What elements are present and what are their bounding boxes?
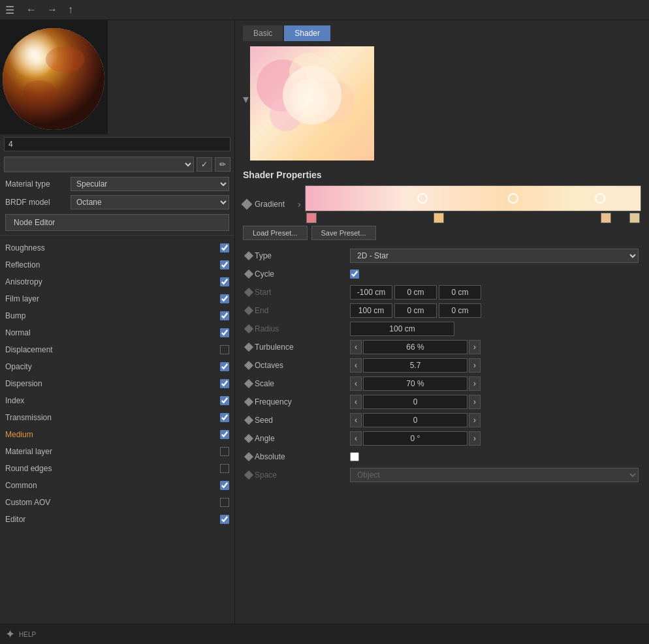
- brdf-model-select[interactable]: Octane: [71, 195, 229, 209]
- material-name-input[interactable]: [4, 137, 230, 151]
- prop-checkbox-10[interactable]: [220, 413, 229, 422]
- gradient-stop-1[interactable]: [417, 193, 428, 204]
- space-select[interactable]: Object: [350, 468, 639, 482]
- prop-checkbox-8[interactable]: [220, 379, 229, 388]
- start-diamond-icon: [244, 288, 253, 297]
- seed-input: ‹ ›: [350, 413, 639, 427]
- left-panel: ✓ ✏ Material type Specular BRDF model Oc…: [0, 20, 235, 624]
- gradient-stop-2[interactable]: [508, 193, 518, 204]
- prop-label-7: Opacity: [5, 362, 220, 371]
- turbulence-dec[interactable]: ‹: [350, 340, 362, 354]
- prop-checkbox-7[interactable]: [220, 362, 229, 371]
- seed-dec[interactable]: ‹: [350, 413, 362, 427]
- octaves-inc[interactable]: ›: [469, 358, 481, 373]
- cycle-checkbox[interactable]: [350, 269, 359, 279]
- cycle-label: Cycle: [255, 269, 274, 279]
- prop-row-15: Custom AOV: [0, 494, 234, 511]
- prop-checkbox-0[interactable]: [220, 243, 229, 253]
- angle-value[interactable]: [363, 431, 467, 446]
- prop-label-0: Roughness: [5, 243, 220, 253]
- gradient-handle-2[interactable]: [434, 213, 444, 223]
- gradient-label: Gradient: [255, 200, 294, 209]
- start-z[interactable]: [439, 285, 481, 299]
- node-editor-button[interactable]: Node Editor: [5, 214, 229, 231]
- prop-checkbox-13[interactable]: [220, 464, 229, 473]
- end-y[interactable]: [394, 303, 437, 318]
- prop-checkbox-12[interactable]: [220, 447, 229, 456]
- frequency-inc[interactable]: ›: [469, 395, 481, 409]
- start-coords: [350, 285, 639, 299]
- scale-dec[interactable]: ‹: [350, 376, 362, 391]
- prop-checkbox-5[interactable]: [220, 328, 229, 337]
- prop-checkbox-6[interactable]: [220, 345, 229, 354]
- prop-row-16: Editor: [0, 511, 234, 528]
- start-y[interactable]: [394, 285, 437, 299]
- prop-checkbox-1[interactable]: [220, 260, 229, 269]
- turbulence-inc[interactable]: ›: [469, 340, 481, 354]
- gradient-expand-icon[interactable]: ›: [298, 199, 301, 209]
- scale-diamond-icon: [244, 379, 253, 388]
- radius-value[interactable]: [350, 322, 454, 336]
- tab-shader[interactable]: Shader: [284, 25, 330, 41]
- toolbar-dropdown[interactable]: [4, 157, 194, 172]
- type-select[interactable]: 2D - Star: [350, 249, 639, 263]
- prop-checkbox-3[interactable]: [220, 294, 229, 303]
- pencil-button[interactable]: ✏: [215, 157, 230, 172]
- octaves-dec[interactable]: ‹: [350, 358, 362, 373]
- gradient-stop-3[interactable]: [595, 193, 605, 204]
- forward-button[interactable]: →: [43, 3, 61, 17]
- prop-checkbox-11[interactable]: [220, 430, 229, 439]
- gradient-handle-4[interactable]: [629, 213, 640, 223]
- angle-dec[interactable]: ‹: [350, 431, 362, 446]
- end-z[interactable]: [439, 303, 481, 318]
- space-diamond-icon: [244, 470, 253, 480]
- load-preset-button[interactable]: Load Preset...: [243, 226, 308, 240]
- frequency-value[interactable]: [363, 395, 467, 409]
- gradient-handles: [305, 213, 641, 223]
- prop-row-10: Transmission: [0, 409, 234, 426]
- prop-checkbox-16[interactable]: [220, 515, 229, 524]
- end-x[interactable]: [350, 303, 392, 318]
- menu-icon[interactable]: ☰: [5, 4, 14, 16]
- right-panel: Basic Shader ▾ Shader Properties Gradien…: [235, 20, 649, 624]
- start-x[interactable]: [350, 285, 392, 299]
- absolute-checkbox[interactable]: [350, 452, 359, 461]
- prop-checkbox-15[interactable]: [220, 498, 229, 507]
- checkmark-button[interactable]: ✓: [197, 157, 212, 172]
- shader-preview[interactable]: [250, 46, 374, 161]
- save-preset-button[interactable]: Save Preset...: [311, 226, 376, 240]
- shader-params-table: Type 2D - Star Cycle: [243, 247, 641, 484]
- main-layout: ✓ ✏ Material type Specular BRDF model Oc…: [0, 20, 649, 624]
- gradient-diamond-icon: [242, 199, 253, 210]
- radius-label: Radius: [255, 324, 279, 333]
- prop-checkbox-9[interactable]: [220, 396, 229, 405]
- prop-label-12: Material layer: [5, 447, 220, 456]
- svg-point-9: [46, 46, 85, 72]
- help-logo: ✦: [5, 627, 15, 641]
- prop-row-4: Bump: [0, 307, 234, 324]
- scale-value[interactable]: [363, 376, 467, 391]
- back-button[interactable]: ←: [22, 3, 40, 17]
- up-button[interactable]: ↑: [64, 3, 77, 17]
- shader-props-title: Shader Properties: [243, 170, 641, 180]
- octaves-value[interactable]: [363, 358, 467, 373]
- gradient-bar[interactable]: [305, 185, 641, 211]
- prop-checkbox-14[interactable]: [220, 481, 229, 490]
- material-type-select[interactable]: Specular: [71, 177, 229, 191]
- gradient-handle-3[interactable]: [601, 213, 611, 223]
- angle-inc[interactable]: ›: [469, 431, 481, 446]
- seed-value[interactable]: [363, 413, 467, 427]
- gradient-handle-1[interactable]: [306, 213, 317, 223]
- param-space-row: Space Object: [243, 466, 641, 484]
- seed-inc[interactable]: ›: [469, 413, 481, 427]
- shader-preview-left-arrow: ▾: [243, 92, 249, 106]
- space-label: Space: [255, 470, 277, 480]
- param-radius-row: Radius: [243, 320, 641, 338]
- end-coords: [350, 303, 639, 318]
- frequency-dec[interactable]: ‹: [350, 395, 362, 409]
- turbulence-value[interactable]: [363, 340, 467, 354]
- prop-checkbox-2[interactable]: [220, 277, 229, 286]
- prop-checkbox-4[interactable]: [220, 311, 229, 320]
- scale-inc[interactable]: ›: [469, 376, 481, 391]
- tab-basic[interactable]: Basic: [243, 25, 283, 41]
